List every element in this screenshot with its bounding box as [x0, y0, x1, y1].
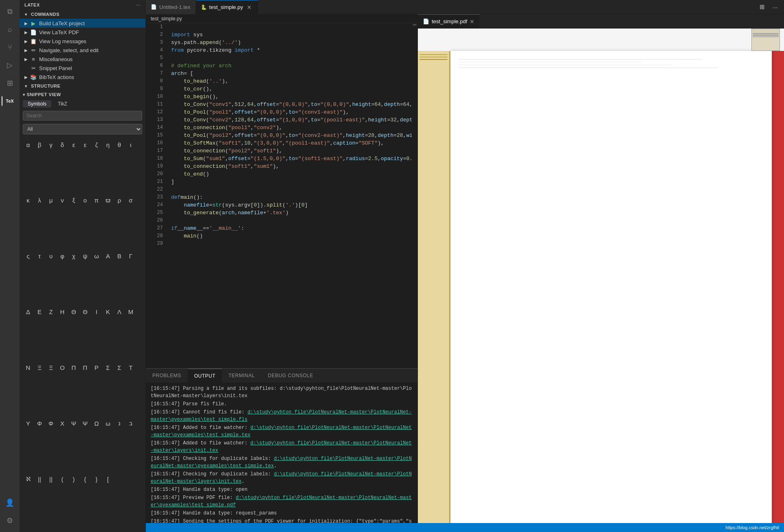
- symbol-rparen[interactable]: ): [68, 474, 79, 484]
- symbol-epsilon2[interactable]: ε: [80, 139, 90, 150]
- preview-tab[interactable]: 📄 test_simple.pdf ✕: [418, 14, 479, 29]
- tab-debug-console[interactable]: DEBUG CONSOLE: [261, 369, 320, 383]
- symbol-kappa[interactable]: κ: [23, 195, 33, 206]
- symbol-Phi[interactable]: Φ: [34, 418, 45, 429]
- run-debug-icon[interactable]: ▷: [2, 57, 18, 73]
- symbol-bet[interactable]: ב: [125, 418, 136, 429]
- symbol-theta[interactable]: θ: [114, 139, 125, 150]
- filter-select[interactable]: All: [23, 124, 142, 134]
- symbol-beta[interactable]: β: [34, 139, 45, 150]
- symbol-Iota[interactable]: Ι: [91, 307, 102, 317]
- symbol-Pi2[interactable]: Π: [80, 362, 90, 373]
- split-editor-button[interactable]: ⊞: [756, 1, 768, 13]
- symbol-Xi[interactable]: Ξ: [34, 362, 45, 373]
- symbol-nu[interactable]: ν: [57, 195, 68, 206]
- tab-close-button[interactable]: ✕: [246, 4, 253, 11]
- tab-tikz[interactable]: TikZ: [53, 100, 72, 108]
- tab-untitled[interactable]: 📄 Untitled-1.tex: [146, 0, 196, 14]
- symbol-Beta[interactable]: Β: [114, 251, 125, 262]
- account-icon[interactable]: 👤: [2, 495, 18, 511]
- symbol-varsigma[interactable]: ς: [23, 251, 33, 262]
- tab-symbols[interactable]: Symbols: [23, 100, 51, 108]
- symbol-eta[interactable]: η: [103, 139, 113, 150]
- symbol-Gamma[interactable]: Γ: [125, 251, 136, 262]
- search-icon[interactable]: ⌕: [2, 21, 18, 37]
- symbol-Psi[interactable]: Ψ: [68, 418, 79, 429]
- sidebar-item-misc[interactable]: ▶ ≡ Miscellaneous: [20, 55, 145, 64]
- symbol-Rho[interactable]: Ρ: [91, 362, 102, 373]
- symbol-lambda[interactable]: λ: [34, 195, 45, 206]
- symbol-Theta2[interactable]: Θ: [80, 307, 90, 317]
- output-link-2[interactable]: d:\study\pyhton_file\PlotNeuralNet-maste…: [151, 425, 412, 438]
- snippet-view-header[interactable]: ▾ SNIPPET VIEW: [20, 90, 145, 99]
- tab-test-simple[interactable]: 🐍 test_simple.py ✕: [196, 0, 258, 14]
- symbol-lbracket[interactable]: [: [103, 474, 113, 484]
- symbol-lparen[interactable]: (: [57, 474, 68, 484]
- symbol-rho[interactable]: ρ: [114, 195, 125, 206]
- source-control-icon[interactable]: ⑂: [2, 39, 18, 55]
- symbol-Kappa[interactable]: Κ: [103, 307, 113, 317]
- symbol-Alpha[interactable]: Α: [103, 251, 113, 262]
- tab-terminal[interactable]: TERMINAL: [222, 369, 261, 383]
- symbol-zeta[interactable]: ζ: [91, 139, 102, 150]
- symbol-omega-lower[interactable]: ω: [91, 251, 102, 262]
- symbol-Sigma[interactable]: Σ: [103, 362, 113, 373]
- sidebar-item-snippet[interactable]: ✂ Snippet Panel: [20, 64, 145, 73]
- symbol-pi[interactable]: π: [91, 195, 102, 206]
- symbol-Eta[interactable]: Η: [57, 307, 68, 317]
- files-icon[interactable]: ⧉: [2, 3, 18, 20]
- symbol-rbrace[interactable]: }: [91, 474, 102, 484]
- code-area[interactable]: 1 2 3 4 5 6 7 8 9 10 11 12 13 14 15 16 1: [146, 23, 417, 368]
- symbol-Delta[interactable]: Δ: [23, 307, 33, 317]
- symbol-iota[interactable]: ι: [125, 139, 136, 150]
- symbol-Lambda[interactable]: Λ: [114, 307, 125, 317]
- code-content[interactable]: import sys sys.path.append('../') from p…: [166, 23, 412, 368]
- commands-header[interactable]: ▾ COMMANDS: [20, 10, 145, 19]
- output-link-4[interactable]: d:\study\pyhton_file\PlotNeuralNet-maste…: [151, 456, 412, 469]
- symbol-lbrace[interactable]: {: [80, 474, 90, 484]
- symbol-alpha[interactable]: α: [23, 139, 33, 150]
- symbol-Mu[interactable]: Μ: [125, 307, 136, 317]
- structure-header[interactable]: ▾ STRUCTURE: [20, 81, 145, 90]
- symbol-chi[interactable]: χ: [68, 251, 79, 262]
- preview-close-button[interactable]: ✕: [470, 18, 474, 25]
- symbol-omicron[interactable]: ο: [80, 195, 90, 206]
- symbol-mu[interactable]: μ: [46, 195, 56, 206]
- search-input[interactable]: [23, 111, 142, 121]
- sidebar-item-view-log[interactable]: ▶ 📋 View Log messages: [20, 37, 145, 46]
- symbol-nun[interactable]: נ: [114, 418, 125, 429]
- symbol-norm2[interactable]: ||: [46, 474, 56, 484]
- output-link-3[interactable]: d:\study\pyhton_file\PlotNeuralNet-maste…: [151, 440, 412, 453]
- symbol-Theta[interactable]: Θ: [68, 307, 79, 317]
- sidebar-item-build-latex[interactable]: ▶ ▶ Build LaTeX project: [20, 19, 145, 28]
- symbol-Sigma2[interactable]: Σ: [114, 362, 125, 373]
- scrollbar-thumb[interactable]: [413, 24, 417, 26]
- extensions-icon[interactable]: ⊞: [2, 75, 18, 91]
- tab-more-button[interactable]: ···: [769, 1, 781, 13]
- symbol-sigma[interactable]: σ: [125, 195, 136, 206]
- symbol-Upsilon[interactable]: Υ: [23, 418, 33, 429]
- symbol-Nu[interactable]: Ν: [23, 362, 33, 373]
- panel-content[interactable]: [16:15:47] Parsing a file and its subfil…: [146, 383, 417, 523]
- symbol-omega[interactable]: ω: [103, 418, 113, 429]
- symbol-Epsilon[interactable]: Ε: [34, 307, 45, 317]
- symbol-delta[interactable]: δ: [57, 139, 68, 150]
- symbol-varpi[interactable]: ϖ: [103, 195, 113, 206]
- symbol-tau[interactable]: τ: [34, 251, 45, 262]
- symbol-Psi2[interactable]: Ψ: [80, 418, 90, 429]
- tab-problems[interactable]: PROBLEMS: [146, 369, 188, 383]
- symbol-Omega[interactable]: Ω: [91, 418, 102, 429]
- output-link-6[interactable]: d:\study\pyhton_file\PlotNeuralNet-maste…: [151, 495, 412, 508]
- symbol-Zeta[interactable]: Ζ: [46, 307, 56, 317]
- symbol-upsilon[interactable]: υ: [46, 251, 56, 262]
- symbol-phi[interactable]: φ: [57, 251, 68, 262]
- symbol-psi[interactable]: ψ: [80, 251, 90, 262]
- symbol-norm1[interactable]: ||: [34, 474, 45, 484]
- symbol-Tau[interactable]: Τ: [125, 362, 136, 373]
- symbol-Chi[interactable]: Χ: [57, 418, 68, 429]
- symbol-Omicron[interactable]: Ο: [57, 362, 68, 373]
- tex-icon[interactable]: TeX: [2, 93, 18, 109]
- symbol-Pi[interactable]: Π: [68, 362, 79, 373]
- output-link-5[interactable]: d:\study\pyhton_file\PlotNeuralNet-maste…: [151, 471, 412, 484]
- symbol-Xi2[interactable]: Ξ: [46, 362, 56, 373]
